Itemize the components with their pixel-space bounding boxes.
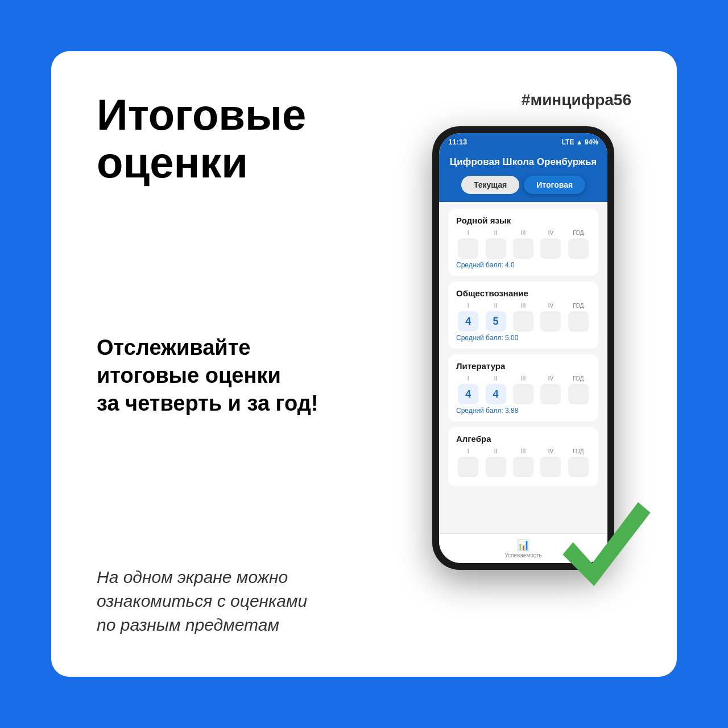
grades-row-obs: I 4 II 5 III bbox=[456, 303, 590, 332]
right-section: #минцифра56 11:13 LTE ▲ 94% Цифровая Шко… bbox=[392, 91, 631, 637]
subject-name-alg: Алгебра bbox=[456, 434, 590, 444]
grade-box bbox=[568, 384, 589, 404]
subject-name-rodnoy: Родной язык bbox=[456, 216, 590, 225]
status-time: 11:13 bbox=[448, 138, 467, 146]
grade-box bbox=[458, 238, 478, 259]
tab-final[interactable]: Итоговая bbox=[524, 176, 585, 194]
grades-row-rodnoy: I II III bbox=[456, 230, 590, 259]
middle-text: Отслеживайтеитоговые оценкиза четверть и… bbox=[97, 334, 370, 418]
grades-row-alg: I II III bbox=[456, 448, 590, 477]
grade-col-q3: III bbox=[511, 230, 535, 259]
nav-label-grades: Успеваемость bbox=[504, 552, 541, 559]
outer-background: Итоговыеоценки Отслеживайтеитоговые оцен… bbox=[0, 0, 728, 728]
grade-box: 4 bbox=[486, 384, 506, 404]
subject-block-alg: Алгебра I II bbox=[448, 427, 598, 486]
grade-col-q4: IV bbox=[539, 303, 562, 332]
grade-col-q4: IV bbox=[539, 375, 562, 404]
grade-col-q1: I bbox=[456, 448, 480, 477]
tab-current[interactable]: Текущая bbox=[461, 176, 519, 194]
grade-box bbox=[458, 457, 478, 477]
grade-box bbox=[568, 457, 589, 477]
phone-wrapper: 11:13 LTE ▲ 94% Цифровая Школа Оренбуржь… bbox=[415, 126, 631, 593]
subject-name-obs: Обществознание bbox=[456, 288, 590, 298]
subject-block-lit: Литература I 4 II 4 bbox=[448, 354, 598, 421]
grade-col-year: ГОД bbox=[566, 448, 590, 477]
checkmark-wrapper bbox=[552, 499, 665, 615]
status-icons: LTE ▲ 94% bbox=[562, 138, 598, 146]
main-title: Итоговыеоценки bbox=[97, 91, 370, 186]
grade-box: 4 bbox=[458, 384, 478, 404]
grade-col-q2: II bbox=[483, 230, 507, 259]
grade-col-q3: III bbox=[511, 448, 535, 477]
svg-marker-0 bbox=[559, 501, 656, 588]
grade-col-year: ГОД bbox=[566, 303, 590, 332]
phone-status-bar: 11:13 LTE ▲ 94% bbox=[439, 133, 607, 151]
grade-col-q2: II 5 bbox=[483, 303, 507, 332]
checkmark-icon bbox=[552, 499, 665, 613]
grade-box bbox=[568, 238, 589, 259]
grade-col-q1: I bbox=[456, 230, 480, 259]
grade-box bbox=[540, 384, 561, 404]
phone-tabs: Текущая Итоговая bbox=[439, 176, 607, 202]
grade-col-q2: II 4 bbox=[483, 375, 507, 404]
avg-score-obs: Средний балл: 5,00 bbox=[456, 334, 590, 342]
grade-col-q3: III bbox=[511, 303, 535, 332]
grade-box bbox=[568, 311, 589, 332]
grade-box: 5 bbox=[486, 311, 506, 332]
grade-col-q3: III bbox=[511, 375, 535, 404]
grade-box bbox=[486, 457, 506, 477]
grade-col-q2: II bbox=[483, 448, 507, 477]
hashtag-label: #минцифра56 bbox=[522, 91, 631, 109]
grade-col-q4: IV bbox=[539, 230, 562, 259]
grade-col-q1: I 4 bbox=[456, 303, 480, 332]
grade-box bbox=[486, 238, 506, 259]
grades-icon: 📊 bbox=[517, 539, 530, 551]
grade-box bbox=[540, 238, 561, 259]
grade-col-year: ГОД bbox=[566, 375, 590, 404]
phone-header: Цифровая Школа Оренбуржья bbox=[439, 151, 607, 176]
phone-content: Родной язык I II bbox=[439, 202, 607, 533]
avg-score-lit: Средний балл: 3,88 bbox=[456, 407, 590, 415]
nav-item-grades[interactable]: 📊 Успеваемость bbox=[504, 539, 541, 559]
main-card: Итоговыеоценки Отслеживайтеитоговые оцен… bbox=[51, 51, 677, 677]
grade-box bbox=[513, 238, 533, 259]
grades-row-lit: I 4 II 4 III bbox=[456, 375, 590, 404]
subject-name-lit: Литература bbox=[456, 361, 590, 371]
grade-box bbox=[513, 311, 533, 332]
bottom-text: На одном экране можноознакомиться с оцен… bbox=[97, 565, 370, 637]
grade-box bbox=[513, 384, 533, 404]
phone-screen: 11:13 LTE ▲ 94% Цифровая Школа Оренбуржь… bbox=[439, 133, 607, 563]
grade-col-q4: IV bbox=[539, 448, 562, 477]
subject-block-obs: Обществознание I 4 II 5 bbox=[448, 282, 598, 349]
grade-box: 4 bbox=[458, 311, 478, 332]
subject-block-rodnoy: Родной язык I II bbox=[448, 209, 598, 276]
grade-box bbox=[513, 457, 533, 477]
grade-box bbox=[540, 311, 561, 332]
app-title: Цифровая Школа Оренбуржья bbox=[448, 156, 598, 168]
grade-col-year: ГОД bbox=[566, 230, 590, 259]
avg-score-rodnoy: Средний балл: 4.0 bbox=[456, 261, 590, 269]
grade-col-q1: I 4 bbox=[456, 375, 480, 404]
left-section: Итоговыеоценки Отслеживайтеитоговые оцен… bbox=[97, 91, 392, 637]
grade-box bbox=[540, 457, 561, 477]
